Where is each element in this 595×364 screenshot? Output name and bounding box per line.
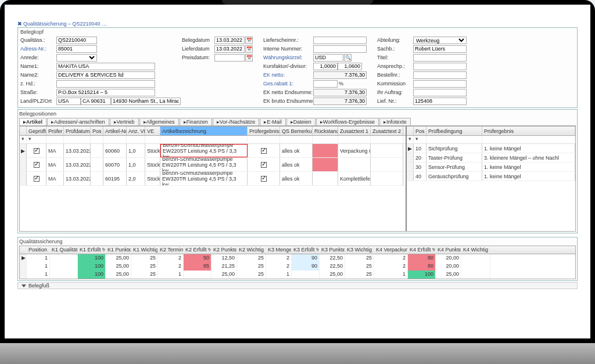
table-row[interactable]: 40Geräuschprüfung1. keine Mängel [407, 172, 575, 181]
auftrag-input[interactable] [413, 89, 467, 96]
col-header[interactable] [407, 127, 414, 135]
table-row[interactable]: MA13.03.2022600701,0StückBenzin-Schmutzw… [20, 158, 406, 172]
col-header[interactable]: Prüfergebnis [482, 127, 575, 135]
col-header[interactable] [20, 127, 27, 135]
kurs2-input[interactable] [338, 63, 362, 70]
table-row[interactable]: ▶10Sichtprüfung1. keine Mängel [407, 144, 575, 153]
col-header[interactable]: K1 Erfüllt % [78, 246, 106, 254]
qs-grid[interactable]: PositionK1 QualitätK1 Erfüllt %K1 Punkte… [19, 246, 576, 279]
col-header[interactable]: Rückstand [313, 127, 338, 135]
table-row[interactable]: 110025,0025125,0025125,0025110025,00 [20, 271, 575, 279]
col-header[interactable] [20, 246, 27, 254]
strasse-input[interactable] [56, 89, 155, 96]
col-header[interactable]: K3 Wichtig % [345, 246, 374, 254]
tab-dateien[interactable]: ▸Dateien [286, 118, 316, 125]
lieferdat-input[interactable] [214, 45, 245, 53]
col-header[interactable]: Pos [414, 127, 426, 135]
kurs1-input[interactable] [313, 63, 338, 70]
titel-input[interactable] [413, 54, 467, 62]
col-header[interactable]: K3 Erfüllt % [292, 246, 320, 254]
checkbox-icon[interactable] [261, 176, 267, 182]
col-header[interactable]: QS Bemerkung [280, 127, 313, 135]
rabatt-label[interactable]: Ges.rabatt 1: [263, 81, 313, 87]
col-header[interactable]: Prüfbedingung [426, 127, 482, 135]
name2-input[interactable] [56, 71, 155, 79]
wkz-input[interactable] [313, 54, 343, 62]
rabatt-input[interactable] [313, 80, 338, 88]
tab-finanzen[interactable]: ▸Finanzen [180, 118, 212, 125]
liefnr2-input[interactable] [413, 98, 467, 105]
land-input[interactable] [56, 98, 81, 105]
positions-grid[interactable]: GeprüftPrüferPrüfdatumPosArtikel-Nr.Anz.… [19, 126, 576, 232]
col-header[interactable]: K4 Verpackung [374, 246, 408, 254]
intnr-input[interactable] [313, 45, 367, 53]
liefnr-input[interactable] [313, 37, 367, 44]
col-header[interactable]: Zusatztext 1 [338, 127, 371, 135]
close-icon[interactable]: ✖ [17, 21, 22, 27]
wkz-label[interactable]: Währungskürzel: [263, 55, 313, 60]
col-header[interactable]: Zusatztext 2 [371, 127, 403, 135]
belegfuss-bar[interactable]: Belegfuß [17, 282, 578, 289]
col-header[interactable]: K3 Punkte [320, 246, 345, 254]
checkbox-icon[interactable] [261, 148, 267, 154]
plz-input[interactable] [81, 98, 111, 105]
table-row[interactable]: 20Taster-Prüfung3. kleinere Mängel – ohn… [407, 153, 575, 163]
search-icon[interactable]: 🔍 [344, 54, 352, 62]
col-header[interactable]: Prüfer [46, 127, 64, 135]
calendar-icon[interactable]: 📅 [245, 54, 253, 62]
best-input[interactable] [413, 71, 467, 79]
abt-select[interactable]: Werkzeug [413, 37, 467, 44]
col-header[interactable]: K1 Wichtig [131, 246, 158, 254]
col-header[interactable]: Artikelbezeichnung [160, 127, 248, 135]
sachb-input[interactable] [413, 45, 467, 53]
komm-input[interactable] [413, 80, 467, 88]
checkbox-icon[interactable] [34, 148, 40, 154]
col-header[interactable]: Geprüft [27, 127, 46, 135]
col-header[interactable]: K3 Menge [266, 246, 292, 254]
col-header[interactable]: K1 Qualität [50, 246, 78, 254]
table-row[interactable]: 110025,002528521,252529022,502528020,00 [20, 262, 575, 271]
name1-input[interactable] [56, 63, 155, 70]
preisdat-input[interactable] [214, 54, 245, 62]
ansp-input[interactable] [413, 63, 467, 70]
tab-email[interactable]: ▸E-Mail [260, 118, 286, 125]
window-tab-title[interactable]: Qualitätssicherung – QS2210040 … [23, 21, 107, 27]
calendar-icon[interactable]: 📅 [245, 45, 253, 53]
checkbox-icon[interactable] [34, 162, 40, 168]
tab-vornachstze[interactable]: ▸Vor-/Nachsätze [213, 118, 260, 125]
col-header[interactable]: Prüfdatum [64, 127, 91, 135]
col-header[interactable]: Anz. VE [127, 127, 145, 135]
tab-infotexte[interactable]: ▸Infotexte [379, 118, 411, 125]
col-header[interactable]: K2 Punkte [212, 246, 237, 254]
col-header[interactable]: Prüfergebnisse [248, 127, 280, 135]
belegdat-input[interactable] [214, 37, 245, 44]
col-header[interactable]: K2 Wichtig % [237, 246, 266, 254]
col-header[interactable]: Position [27, 246, 50, 254]
tab-workflowsergebnisse[interactable]: ▸Workflows-Ergebnisse [316, 118, 379, 125]
col-header[interactable]: Artikel-Nr. [103, 127, 127, 135]
col-header[interactable]: K4 Punkte [436, 246, 461, 254]
tab-vertrieb[interactable]: ▸Vertrieb [110, 118, 139, 125]
table-row[interactable]: ▶MA13.03.2022600601,0StückBenzin-Schmutz… [20, 144, 406, 158]
col-header[interactable]: K2 Erfüllt % [184, 246, 212, 254]
table-row[interactable]: ▶110025,002525012,502529022,502528020,00 [20, 254, 575, 262]
tab-allgemeines[interactable]: ▸Allgemeines [139, 118, 179, 125]
checkbox-icon[interactable] [34, 176, 40, 182]
eknetto-label[interactable]: EK netto: [263, 72, 313, 78]
anrede-select[interactable] [56, 54, 97, 62]
col-header[interactable]: Pos [91, 127, 103, 135]
qualnr-input[interactable] [56, 37, 97, 44]
adrnr-input[interactable] [56, 45, 97, 53]
col-header[interactable]: K2 Termin [158, 246, 184, 254]
ort-input[interactable] [111, 98, 181, 105]
table-row[interactable]: 30Sensor-Prüfung1. keine Mängel [407, 163, 575, 172]
checkbox-icon[interactable] [261, 162, 267, 168]
tab-adressenanschriften[interactable]: ▸Adressen/-anschriften [47, 118, 109, 125]
col-header[interactable]: K4 Wichtig % [461, 246, 490, 254]
table-row[interactable]: MA13.03.2022601952,0StückBenzin-Schmutzw… [20, 172, 406, 186]
col-header[interactable]: K4 Erfüllt % [408, 246, 436, 254]
tab-artikel[interactable]: ▸Artikel [19, 118, 46, 125]
adrnr-label[interactable]: Adress-Nr.: [20, 46, 56, 52]
calendar-icon[interactable]: 📅 [245, 37, 253, 44]
col-header[interactable]: VE [145, 127, 160, 135]
